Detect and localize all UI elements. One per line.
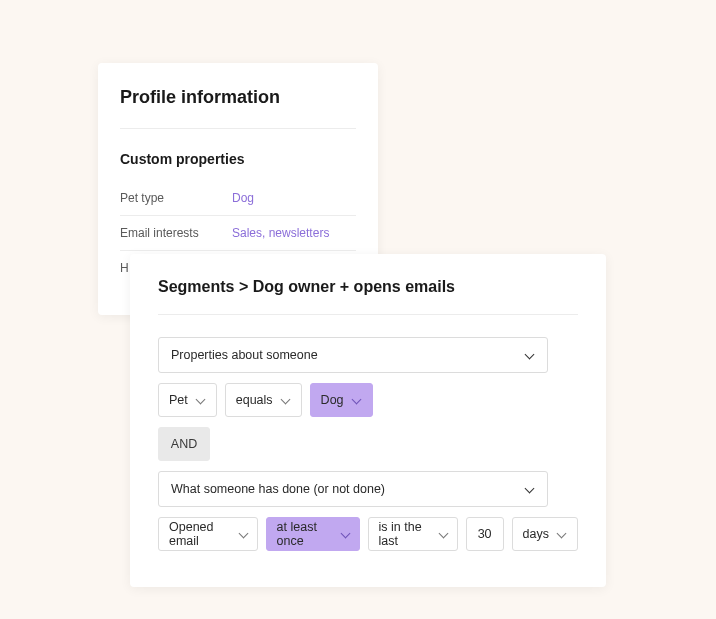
custom-properties-heading: Custom properties — [120, 151, 356, 167]
chevron-down-icon — [525, 484, 535, 494]
unit-select[interactable]: days — [512, 517, 578, 551]
value-select[interactable]: Dog — [310, 383, 373, 417]
join-row: AND — [158, 427, 578, 461]
property-label: Email interests — [120, 226, 232, 240]
operator-select[interactable]: equals — [225, 383, 302, 417]
condition-row: Pet equals Dog — [158, 383, 578, 417]
property-value: Sales, newsletters — [232, 226, 329, 240]
logic-join: AND — [158, 427, 210, 461]
property-row: Pet type Dog — [120, 181, 356, 216]
operator-select-label: equals — [236, 393, 273, 407]
count-value: 30 — [478, 527, 492, 541]
timing-select[interactable]: is in the last — [368, 517, 458, 551]
chevron-down-icon — [196, 395, 206, 405]
segments-breadcrumb-title: Segments > Dog owner + opens emails — [158, 278, 578, 315]
frequency-select[interactable]: at least once — [266, 517, 360, 551]
chevron-down-icon — [439, 529, 447, 539]
condition-group-label: What someone has done (or not done) — [171, 482, 385, 496]
chevron-down-icon — [352, 395, 362, 405]
chevron-down-icon — [525, 350, 535, 360]
property-select-label: Pet — [169, 393, 188, 407]
condition-group-select[interactable]: Properties about someone — [158, 337, 548, 373]
unit-select-label: days — [523, 527, 549, 541]
frequency-select-label: at least once — [277, 520, 333, 548]
profile-title: Profile information — [120, 87, 356, 129]
condition-row: Opened email at least once is in the las… — [158, 517, 578, 551]
chevron-down-icon — [281, 395, 291, 405]
count-input[interactable]: 30 — [466, 517, 504, 551]
event-select[interactable]: Opened email — [158, 517, 258, 551]
segments-card: Segments > Dog owner + opens emails Prop… — [130, 254, 606, 587]
condition-group-label: Properties about someone — [171, 348, 318, 362]
property-select[interactable]: Pet — [158, 383, 217, 417]
event-select-label: Opened email — [169, 520, 231, 548]
logic-join-label: AND — [171, 437, 197, 451]
value-select-label: Dog — [321, 393, 344, 407]
property-value: Dog — [232, 191, 254, 205]
property-label: Pet type — [120, 191, 232, 205]
condition-group-select[interactable]: What someone has done (or not done) — [158, 471, 548, 507]
chevron-down-icon — [557, 529, 567, 539]
property-row: Email interests Sales, newsletters — [120, 216, 356, 251]
chevron-down-icon — [239, 529, 247, 539]
chevron-down-icon — [341, 529, 349, 539]
timing-select-label: is in the last — [379, 520, 431, 548]
